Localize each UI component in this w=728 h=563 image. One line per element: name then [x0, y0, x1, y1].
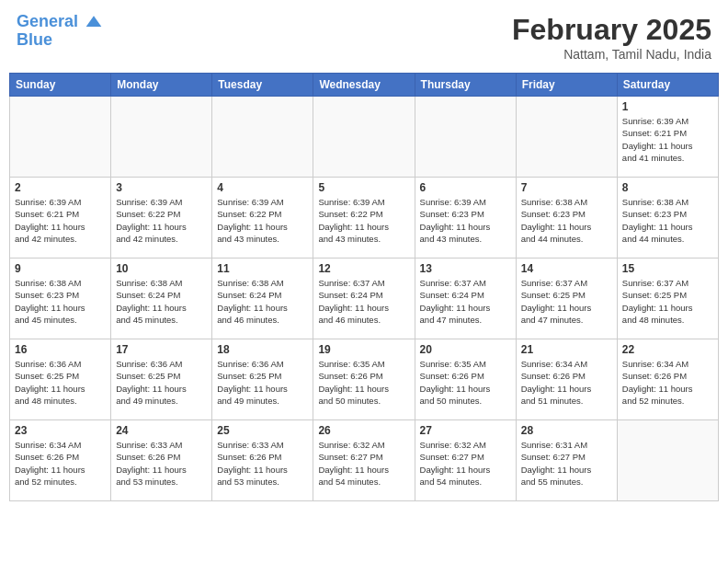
day-info: Sunrise: 6:38 AM Sunset: 6:23 PM Dayligh… [622, 196, 713, 245]
day-number: 17 [116, 343, 207, 356]
calendar-week-row: 1Sunrise: 6:39 AM Sunset: 6:21 PM Daylig… [10, 97, 719, 178]
day-info: Sunrise: 6:38 AM Sunset: 6:24 PM Dayligh… [217, 277, 308, 326]
calendar-day-cell: 7Sunrise: 6:38 AM Sunset: 6:23 PM Daylig… [516, 178, 617, 259]
day-info: Sunrise: 6:38 AM Sunset: 6:23 PM Dayligh… [521, 196, 612, 245]
weekday-header: Friday [516, 74, 617, 97]
calendar-day-cell: 20Sunrise: 6:35 AM Sunset: 6:26 PM Dayli… [415, 339, 516, 420]
day-number: 22 [622, 343, 713, 356]
weekday-header: Tuesday [212, 74, 313, 97]
location: Nattam, Tamil Nadu, India [512, 47, 711, 62]
day-number: 20 [420, 343, 511, 356]
calendar-day-cell [313, 97, 415, 178]
weekday-header: Wednesday [313, 74, 415, 97]
calendar-day-cell [111, 97, 212, 178]
logo: General Blue [17, 13, 103, 50]
day-number: 19 [318, 343, 409, 356]
day-number: 6 [420, 181, 511, 194]
day-number: 3 [116, 181, 207, 194]
day-number: 9 [15, 262, 106, 275]
calendar-day-cell: 5Sunrise: 6:39 AM Sunset: 6:22 PM Daylig… [313, 178, 415, 259]
day-info: Sunrise: 6:38 AM Sunset: 6:24 PM Dayligh… [116, 277, 207, 326]
day-number: 18 [217, 343, 308, 356]
logo-blue: Blue [17, 31, 103, 50]
calendar-day-cell: 23Sunrise: 6:34 AM Sunset: 6:26 PM Dayli… [10, 420, 111, 501]
day-info: Sunrise: 6:38 AM Sunset: 6:23 PM Dayligh… [15, 277, 106, 326]
title-block: February 2025 Nattam, Tamil Nadu, India [512, 13, 711, 62]
day-info: Sunrise: 6:39 AM Sunset: 6:21 PM Dayligh… [622, 115, 713, 164]
day-info: Sunrise: 6:31 AM Sunset: 6:27 PM Dayligh… [521, 439, 612, 488]
day-info: Sunrise: 6:39 AM Sunset: 6:22 PM Dayligh… [318, 196, 409, 245]
day-number: 25 [217, 424, 308, 437]
day-number: 7 [521, 181, 612, 194]
day-info: Sunrise: 6:33 AM Sunset: 6:26 PM Dayligh… [217, 439, 308, 488]
page-header: General Blue February 2025 Nattam, Tamil… [9, 9, 719, 65]
calendar-day-cell: 4Sunrise: 6:39 AM Sunset: 6:22 PM Daylig… [212, 178, 313, 259]
calendar-day-cell: 14Sunrise: 6:37 AM Sunset: 6:25 PM Dayli… [516, 259, 617, 339]
day-info: Sunrise: 6:39 AM Sunset: 6:22 PM Dayligh… [116, 196, 207, 245]
calendar-day-cell: 25Sunrise: 6:33 AM Sunset: 6:26 PM Dayli… [212, 420, 313, 501]
svg-marker-0 [86, 17, 102, 28]
day-info: Sunrise: 6:39 AM Sunset: 6:23 PM Dayligh… [420, 196, 511, 245]
calendar-day-cell: 27Sunrise: 6:32 AM Sunset: 6:27 PM Dayli… [415, 420, 516, 501]
calendar-day-cell: 22Sunrise: 6:34 AM Sunset: 6:26 PM Dayli… [617, 339, 718, 420]
calendar-day-cell: 17Sunrise: 6:36 AM Sunset: 6:25 PM Dayli… [111, 339, 212, 420]
logo-text: General [17, 13, 103, 31]
day-info: Sunrise: 6:33 AM Sunset: 6:26 PM Dayligh… [116, 439, 207, 488]
calendar-day-cell: 12Sunrise: 6:37 AM Sunset: 6:24 PM Dayli… [313, 259, 415, 339]
calendar-day-cell: 21Sunrise: 6:34 AM Sunset: 6:26 PM Dayli… [516, 339, 617, 420]
calendar-day-cell: 10Sunrise: 6:38 AM Sunset: 6:24 PM Dayli… [111, 259, 212, 339]
day-info: Sunrise: 6:39 AM Sunset: 6:22 PM Dayligh… [217, 196, 308, 245]
day-number: 13 [420, 262, 511, 275]
day-number: 12 [318, 262, 409, 275]
weekday-header: Saturday [617, 74, 718, 97]
day-info: Sunrise: 6:35 AM Sunset: 6:26 PM Dayligh… [420, 358, 511, 407]
day-number: 1 [622, 100, 713, 113]
calendar-day-cell: 1Sunrise: 6:39 AM Sunset: 6:21 PM Daylig… [617, 97, 718, 178]
calendar-day-cell: 6Sunrise: 6:39 AM Sunset: 6:23 PM Daylig… [415, 178, 516, 259]
day-number: 26 [318, 424, 409, 437]
day-number: 16 [15, 343, 106, 356]
calendar-day-cell: 28Sunrise: 6:31 AM Sunset: 6:27 PM Dayli… [516, 420, 617, 501]
calendar-day-cell [212, 97, 313, 178]
day-number: 27 [420, 424, 511, 437]
calendar-week-row: 2Sunrise: 6:39 AM Sunset: 6:21 PM Daylig… [10, 178, 719, 259]
calendar-day-cell: 26Sunrise: 6:32 AM Sunset: 6:27 PM Dayli… [313, 420, 415, 501]
calendar-week-row: 9Sunrise: 6:38 AM Sunset: 6:23 PM Daylig… [10, 259, 719, 339]
day-info: Sunrise: 6:34 AM Sunset: 6:26 PM Dayligh… [622, 358, 713, 407]
calendar-day-cell: 9Sunrise: 6:38 AM Sunset: 6:23 PM Daylig… [10, 259, 111, 339]
day-number: 11 [217, 262, 308, 275]
day-number: 14 [521, 262, 612, 275]
day-number: 23 [15, 424, 106, 437]
calendar-day-cell: 16Sunrise: 6:36 AM Sunset: 6:25 PM Dayli… [10, 339, 111, 420]
calendar-day-cell: 8Sunrise: 6:38 AM Sunset: 6:23 PM Daylig… [617, 178, 718, 259]
calendar-day-cell: 15Sunrise: 6:37 AM Sunset: 6:25 PM Dayli… [617, 259, 718, 339]
day-info: Sunrise: 6:36 AM Sunset: 6:25 PM Dayligh… [15, 358, 106, 407]
calendar-day-cell: 2Sunrise: 6:39 AM Sunset: 6:21 PM Daylig… [10, 178, 111, 259]
day-info: Sunrise: 6:37 AM Sunset: 6:25 PM Dayligh… [521, 277, 612, 326]
calendar-table: SundayMondayTuesdayWednesdayThursdayFrid… [9, 73, 719, 501]
day-info: Sunrise: 6:37 AM Sunset: 6:24 PM Dayligh… [318, 277, 409, 326]
day-info: Sunrise: 6:35 AM Sunset: 6:26 PM Dayligh… [318, 358, 409, 407]
day-number: 2 [15, 181, 106, 194]
calendar-day-cell: 3Sunrise: 6:39 AM Sunset: 6:22 PM Daylig… [111, 178, 212, 259]
day-number: 21 [521, 343, 612, 356]
day-number: 8 [622, 181, 713, 194]
calendar-day-cell: 13Sunrise: 6:37 AM Sunset: 6:24 PM Dayli… [415, 259, 516, 339]
calendar-day-cell [617, 420, 718, 501]
calendar-day-cell [415, 97, 516, 178]
day-info: Sunrise: 6:34 AM Sunset: 6:26 PM Dayligh… [521, 358, 612, 407]
day-info: Sunrise: 6:34 AM Sunset: 6:26 PM Dayligh… [15, 439, 106, 488]
calendar-day-cell: 18Sunrise: 6:36 AM Sunset: 6:25 PM Dayli… [212, 339, 313, 420]
logo-icon [85, 13, 103, 31]
day-info: Sunrise: 6:36 AM Sunset: 6:25 PM Dayligh… [217, 358, 308, 407]
day-number: 15 [622, 262, 713, 275]
day-info: Sunrise: 6:32 AM Sunset: 6:27 PM Dayligh… [420, 439, 511, 488]
day-info: Sunrise: 6:39 AM Sunset: 6:21 PM Dayligh… [15, 196, 106, 245]
calendar-day-cell: 11Sunrise: 6:38 AM Sunset: 6:24 PM Dayli… [212, 259, 313, 339]
day-info: Sunrise: 6:36 AM Sunset: 6:25 PM Dayligh… [116, 358, 207, 407]
calendar-header-row: SundayMondayTuesdayWednesdayThursdayFrid… [10, 74, 719, 97]
day-number: 5 [318, 181, 409, 194]
weekday-header: Monday [111, 74, 212, 97]
day-number: 10 [116, 262, 207, 275]
calendar-day-cell [516, 97, 617, 178]
